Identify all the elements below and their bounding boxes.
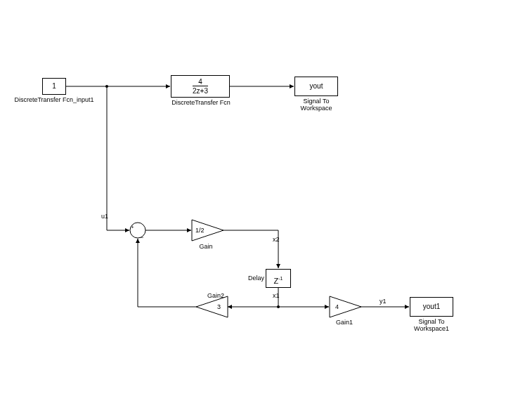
tf-denominator: 2z+3: [193, 86, 208, 95]
simulink-diagram: + − 1 DiscreteTransfer Fcn_input1 4: [0, 0, 532, 403]
wires-svg: + −: [0, 0, 532, 403]
signal-to-workspace1-block[interactable]: yout1: [410, 297, 453, 317]
delay-text: Z-1: [274, 277, 283, 285]
stw1-label: Signal To Workspace1: [410, 318, 453, 332]
svg-text:−: −: [140, 234, 143, 241]
constant-block[interactable]: 1: [42, 78, 66, 95]
svg-marker-18: [196, 296, 228, 317]
gain2-value: 3: [217, 303, 221, 310]
tf-numerator: 4: [193, 78, 208, 86]
gain1-label: Gain1: [333, 319, 356, 326]
signal-label-y1: y1: [379, 298, 387, 305]
stw1-var: yout1: [423, 303, 440, 310]
svg-text:+: +: [131, 224, 134, 230]
constant-value: 1: [52, 82, 56, 90]
gain2-label: Gain2: [202, 292, 230, 299]
delay-block[interactable]: Z-1: [266, 269, 291, 288]
signal-label-u1: u1: [101, 213, 108, 220]
signal-label-x2: x2: [273, 236, 280, 243]
stw-var: yout: [310, 82, 323, 90]
stw-label: Signal To Workspace: [294, 98, 338, 112]
signal-label-x1: x1: [273, 292, 280, 299]
gain1-value: 4: [335, 303, 339, 310]
delay-label: Delay: [245, 275, 264, 282]
transfer-function-icon: 4 2z+3: [193, 78, 208, 95]
gain-value: 1/2: [195, 227, 205, 234]
gain-label: Gain: [195, 243, 216, 250]
svg-marker-16: [330, 296, 361, 317]
constant-label: DiscreteTransfer Fcn_input1: [12, 96, 96, 103]
discrete-transfer-fcn-block[interactable]: 4 2z+3: [171, 75, 230, 98]
dtf-label: DiscreteTransfer Fcn: [166, 99, 236, 106]
signal-to-workspace-block[interactable]: yout: [294, 77, 338, 96]
